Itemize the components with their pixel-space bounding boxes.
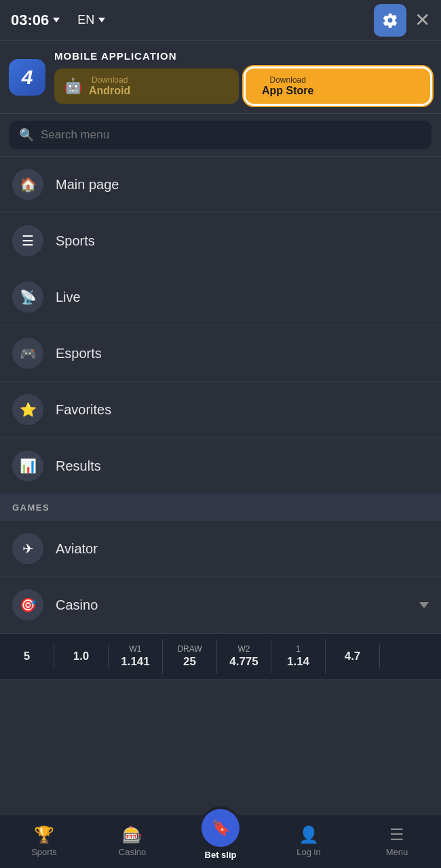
ticker-value: 5 bbox=[24, 650, 30, 663]
search-container: 🔍 bbox=[0, 114, 441, 157]
android-icon: 🤖 bbox=[64, 77, 82, 95]
menu-item-icon: 🎮 bbox=[12, 338, 43, 369]
nav-casino[interactable]: 🎰 Casino bbox=[88, 820, 176, 863]
ticker-item[interactable]: W1 1.141 bbox=[109, 639, 163, 674]
status-right: ✕ bbox=[374, 4, 430, 37]
nav-menu[interactable]: ☰ Menu bbox=[353, 820, 441, 863]
casino-label: Casino bbox=[119, 847, 146, 857]
login-label: Log in bbox=[296, 847, 320, 857]
banner-right: MOBILE APPLICATION 🤖 Download Android Do… bbox=[54, 50, 430, 104]
login-icon: 👤 bbox=[299, 825, 319, 844]
menu-item-label: Results bbox=[56, 458, 429, 474]
search-icon: 🔍 bbox=[19, 127, 34, 142]
status-left: 03:06 EN bbox=[11, 12, 105, 29]
ticker-value: 4.7 bbox=[345, 650, 361, 663]
menu-item-label: Favorites bbox=[56, 402, 429, 418]
casino-icon: 🎰 bbox=[122, 825, 142, 844]
app-logo: 4 bbox=[7, 57, 47, 98]
menu-label: Menu bbox=[386, 847, 408, 857]
sports-icon: 🏆 bbox=[34, 825, 54, 844]
betslip-circle: 🔖 bbox=[202, 809, 239, 847]
menu-item-favorites[interactable]: ⭐ Favorites bbox=[0, 382, 441, 438]
ticker-item[interactable]: DRAW 25 bbox=[163, 639, 217, 674]
menu-item-icon: 🏠 bbox=[12, 169, 43, 200]
menu-item-icon: 📊 bbox=[12, 450, 43, 481]
menu-item-live[interactable]: 📡 Live bbox=[0, 269, 441, 326]
bet-slip-ticker: 5 1.0 W1 1.141 DRAW 25 W2 4.775 1 1.14 4… bbox=[0, 633, 441, 679]
ticker-value: 25 bbox=[183, 655, 196, 669]
ticker-item[interactable]: W2 4.775 bbox=[217, 639, 271, 674]
banner-title: MOBILE APPLICATION bbox=[54, 50, 430, 62]
betslip-label: Bet slip bbox=[205, 850, 237, 860]
menu-icon: ☰ bbox=[389, 825, 404, 844]
games-item-icon: ✈ bbox=[12, 533, 43, 564]
sports-label: Sports bbox=[31, 847, 57, 857]
games-list: ✈ Aviator 🎯 Casino bbox=[0, 521, 441, 633]
games-section-header: GAMES bbox=[0, 494, 441, 521]
chevron-down-icon bbox=[419, 602, 429, 608]
language-chevron-icon bbox=[98, 18, 105, 22]
app-banner: 4 MOBILE APPLICATION 🤖 Download Android … bbox=[0, 41, 441, 114]
menu-item-label: Esports bbox=[56, 346, 429, 361]
ticker-item[interactable]: 5 bbox=[0, 644, 54, 669]
bottom-nav: 🏆 Sports 🎰 Casino 🔖 Bet slip 👤 Log in ☰ … bbox=[0, 814, 441, 868]
nav-betslip[interactable]: 🔖 Bet slip bbox=[176, 823, 265, 860]
menu-item-label: Sports bbox=[56, 233, 429, 249]
menu-item-results[interactable]: 📊 Results bbox=[0, 438, 441, 494]
android-btn-bottom: Android bbox=[89, 85, 130, 97]
menu-item-sports[interactable]: ☰ Sports bbox=[0, 213, 441, 269]
time-chevron-icon bbox=[53, 18, 60, 22]
status-bar: 03:06 EN ✕ bbox=[0, 0, 441, 41]
close-button[interactable]: ✕ bbox=[415, 11, 430, 30]
games-item-label: Aviator bbox=[56, 541, 429, 557]
download-appstore-button[interactable]: Download App Store bbox=[246, 68, 430, 104]
appstore-btn-top: Download bbox=[262, 75, 313, 85]
ticker-item[interactable]: 1.0 bbox=[54, 644, 109, 669]
ticker-label: DRAW bbox=[177, 644, 202, 654]
settings-button[interactable] bbox=[374, 4, 406, 37]
download-android-button[interactable]: 🤖 Download Android bbox=[54, 68, 239, 104]
app-logo-inner: 4 bbox=[9, 59, 45, 96]
games-item-aviator[interactable]: ✈ Aviator bbox=[0, 521, 441, 577]
ticker-value: 1.14 bbox=[287, 655, 309, 669]
menu-item-label: Live bbox=[56, 290, 429, 305]
search-input[interactable] bbox=[41, 128, 422, 142]
gear-icon bbox=[382, 12, 398, 28]
ticker-label: W2 bbox=[238, 644, 250, 654]
menu-list: 🏠 Main page ☰ Sports 📡 Live 🎮 Esports ⭐ … bbox=[0, 157, 441, 494]
android-btn-text: Download Android bbox=[89, 75, 130, 97]
games-item-casino[interactable]: 🎯 Casino bbox=[0, 577, 441, 633]
language-button[interactable]: EN bbox=[77, 13, 105, 27]
android-btn-top: Download bbox=[89, 75, 130, 85]
menu-item-label: Main page bbox=[56, 177, 429, 193]
games-item-label: Casino bbox=[56, 597, 407, 613]
appstore-btn-bottom: App Store bbox=[262, 85, 313, 97]
ticker-value: 4.775 bbox=[229, 655, 258, 669]
menu-item-esports[interactable]: 🎮 Esports bbox=[0, 326, 441, 382]
nav-login[interactable]: 👤 Log in bbox=[265, 820, 353, 863]
ticker-label: W1 bbox=[130, 644, 142, 654]
nav-sports[interactable]: 🏆 Sports bbox=[0, 820, 88, 863]
ticker-item[interactable]: 1 1.14 bbox=[271, 639, 326, 674]
ticker-value: 1.0 bbox=[73, 650, 90, 663]
download-buttons: 🤖 Download Android Download App Store bbox=[54, 68, 430, 104]
search-box[interactable]: 🔍 bbox=[9, 121, 432, 149]
menu-item-icon: 📡 bbox=[12, 281, 43, 313]
ticker-value: 1.141 bbox=[121, 655, 150, 669]
menu-item-icon: ☰ bbox=[12, 225, 43, 256]
appstore-btn-text: Download App Store bbox=[262, 75, 313, 97]
ticker-item[interactable]: 4.7 bbox=[326, 644, 380, 669]
menu-item-icon: ⭐ bbox=[12, 394, 43, 425]
menu-item-main-page[interactable]: 🏠 Main page bbox=[0, 157, 441, 213]
language-label: EN bbox=[77, 13, 94, 27]
status-time: 03:06 bbox=[11, 12, 49, 29]
ticker-label: 1 bbox=[296, 644, 301, 654]
betslip-icon: 🔖 bbox=[212, 819, 230, 837]
games-item-icon: 🎯 bbox=[12, 589, 43, 620]
